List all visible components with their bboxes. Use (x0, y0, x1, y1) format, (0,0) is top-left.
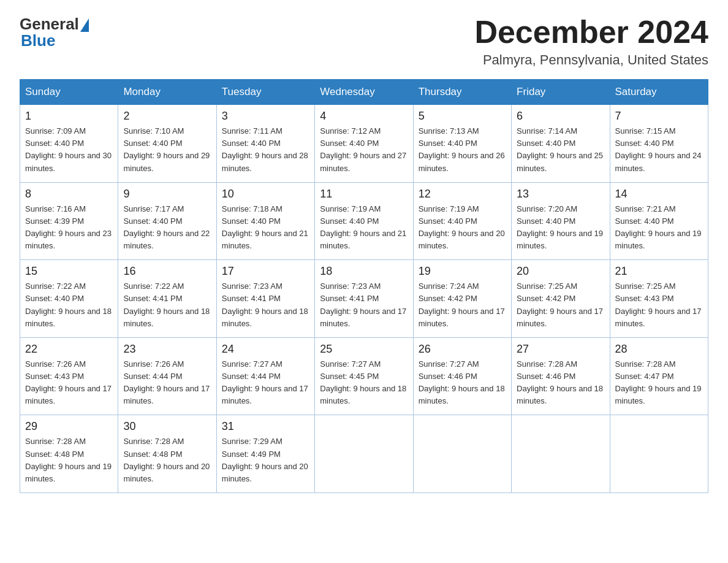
day-info: Sunrise: 7:24 AMSunset: 4:42 PMDaylight:… (419, 280, 506, 330)
calendar-cell: 23 Sunrise: 7:26 AMSunset: 4:44 PMDaylig… (118, 337, 216, 415)
header-tuesday: Tuesday (216, 80, 314, 105)
day-info: Sunrise: 7:09 AMSunset: 4:40 PMDaylight:… (25, 125, 113, 175)
calendar-cell: 6 Sunrise: 7:14 AMSunset: 4:40 PMDayligh… (512, 105, 610, 183)
calendar-cell: 13 Sunrise: 7:20 AMSunset: 4:40 PMDaylig… (512, 182, 610, 260)
day-number: 26 (419, 343, 506, 356)
day-info: Sunrise: 7:19 AMSunset: 4:40 PMDaylight:… (419, 203, 506, 253)
day-info: Sunrise: 7:28 AMSunset: 4:47 PMDaylight:… (615, 358, 703, 408)
day-info: Sunrise: 7:21 AMSunset: 4:40 PMDaylight:… (615, 203, 703, 253)
week-row-1: 1 Sunrise: 7:09 AMSunset: 4:40 PMDayligh… (20, 105, 708, 183)
calendar-cell: 31 Sunrise: 7:29 AMSunset: 4:49 PMDaylig… (216, 415, 314, 493)
day-info: Sunrise: 7:22 AMSunset: 4:41 PMDaylight:… (123, 280, 211, 330)
calendar-cell: 29 Sunrise: 7:28 AMSunset: 4:48 PMDaylig… (20, 415, 118, 493)
title-area: December 2024 Palmyra, Pennsylvania, Uni… (474, 15, 708, 68)
calendar-cell: 9 Sunrise: 7:17 AMSunset: 4:40 PMDayligh… (118, 182, 216, 260)
day-number: 13 (517, 188, 604, 201)
day-info: Sunrise: 7:26 AMSunset: 4:44 PMDaylight:… (123, 358, 211, 408)
calendar-cell: 19 Sunrise: 7:24 AMSunset: 4:42 PMDaylig… (413, 260, 511, 338)
day-number: 27 (517, 343, 604, 356)
calendar-cell: 5 Sunrise: 7:13 AMSunset: 4:40 PMDayligh… (413, 105, 511, 183)
day-info: Sunrise: 7:20 AMSunset: 4:40 PMDaylight:… (517, 203, 604, 253)
calendar-cell: 27 Sunrise: 7:28 AMSunset: 4:46 PMDaylig… (512, 337, 610, 415)
day-info: Sunrise: 7:15 AMSunset: 4:40 PMDaylight:… (615, 125, 703, 175)
week-row-3: 15 Sunrise: 7:22 AMSunset: 4:40 PMDaylig… (20, 260, 708, 338)
logo-area: General Blue (20, 15, 89, 50)
day-info: Sunrise: 7:28 AMSunset: 4:48 PMDaylight:… (25, 435, 113, 485)
day-info: Sunrise: 7:26 AMSunset: 4:43 PMDaylight:… (25, 358, 113, 408)
day-number: 10 (222, 188, 309, 201)
calendar-cell: 8 Sunrise: 7:16 AMSunset: 4:39 PMDayligh… (20, 182, 118, 260)
day-number: 7 (615, 110, 703, 123)
day-info: Sunrise: 7:25 AMSunset: 4:42 PMDaylight:… (517, 280, 604, 330)
day-info: Sunrise: 7:29 AMSunset: 4:49 PMDaylight:… (222, 435, 309, 485)
day-number: 24 (222, 343, 309, 356)
day-number: 9 (123, 188, 211, 201)
day-info: Sunrise: 7:27 AMSunset: 4:44 PMDaylight:… (222, 358, 309, 408)
calendar-cell: 15 Sunrise: 7:22 AMSunset: 4:40 PMDaylig… (20, 260, 118, 338)
header-friday: Friday (512, 80, 610, 105)
day-number: 29 (25, 420, 113, 433)
calendar-cell: 18 Sunrise: 7:23 AMSunset: 4:41 PMDaylig… (315, 260, 413, 338)
day-info: Sunrise: 7:23 AMSunset: 4:41 PMDaylight:… (320, 280, 408, 330)
calendar-cell: 7 Sunrise: 7:15 AMSunset: 4:40 PMDayligh… (610, 105, 708, 183)
calendar-cell: 12 Sunrise: 7:19 AMSunset: 4:40 PMDaylig… (413, 182, 511, 260)
calendar-cell: 11 Sunrise: 7:19 AMSunset: 4:40 PMDaylig… (315, 182, 413, 260)
calendar-cell: 4 Sunrise: 7:12 AMSunset: 4:40 PMDayligh… (315, 105, 413, 183)
day-info: Sunrise: 7:11 AMSunset: 4:40 PMDaylight:… (222, 125, 309, 175)
calendar-cell: 28 Sunrise: 7:28 AMSunset: 4:47 PMDaylig… (610, 337, 708, 415)
logo-triangle-icon (80, 18, 89, 32)
calendar-cell: 14 Sunrise: 7:21 AMSunset: 4:40 PMDaylig… (610, 182, 708, 260)
day-number: 30 (123, 420, 211, 433)
day-number: 25 (320, 343, 408, 356)
day-info: Sunrise: 7:27 AMSunset: 4:45 PMDaylight:… (320, 358, 408, 408)
day-number: 14 (615, 188, 703, 201)
month-title: December 2024 (474, 15, 708, 50)
day-number: 5 (419, 110, 506, 123)
calendar-cell: 10 Sunrise: 7:18 AMSunset: 4:40 PMDaylig… (216, 182, 314, 260)
day-number: 28 (615, 343, 703, 356)
day-number: 19 (419, 265, 506, 278)
day-info: Sunrise: 7:23 AMSunset: 4:41 PMDaylight:… (222, 280, 309, 330)
day-info: Sunrise: 7:19 AMSunset: 4:40 PMDaylight:… (320, 203, 408, 253)
day-info: Sunrise: 7:18 AMSunset: 4:40 PMDaylight:… (222, 203, 309, 253)
day-number: 20 (517, 265, 604, 278)
location-title: Palmyra, Pennsylvania, United States (474, 52, 708, 68)
day-number: 8 (25, 188, 113, 201)
day-number: 15 (25, 265, 113, 278)
day-number: 23 (123, 343, 211, 356)
day-number: 18 (320, 265, 408, 278)
calendar-cell: 2 Sunrise: 7:10 AMSunset: 4:40 PMDayligh… (118, 105, 216, 183)
day-number: 17 (222, 265, 309, 278)
day-number: 21 (615, 265, 703, 278)
calendar-cell: 24 Sunrise: 7:27 AMSunset: 4:44 PMDaylig… (216, 337, 314, 415)
day-info: Sunrise: 7:28 AMSunset: 4:48 PMDaylight:… (123, 435, 211, 485)
logo-blue-text: Blue (21, 31, 55, 50)
calendar-header-row: SundayMondayTuesdayWednesdayThursdayFrid… (20, 80, 708, 105)
day-info: Sunrise: 7:14 AMSunset: 4:40 PMDaylight:… (517, 125, 604, 175)
calendar-table: SundayMondayTuesdayWednesdayThursdayFrid… (20, 79, 708, 493)
day-info: Sunrise: 7:28 AMSunset: 4:46 PMDaylight:… (517, 358, 604, 408)
day-number: 16 (123, 265, 211, 278)
day-info: Sunrise: 7:10 AMSunset: 4:40 PMDaylight:… (123, 125, 211, 175)
day-number: 3 (222, 110, 309, 123)
calendar-cell: 22 Sunrise: 7:26 AMSunset: 4:43 PMDaylig… (20, 337, 118, 415)
calendar-cell: 1 Sunrise: 7:09 AMSunset: 4:40 PMDayligh… (20, 105, 118, 183)
week-row-5: 29 Sunrise: 7:28 AMSunset: 4:48 PMDaylig… (20, 415, 708, 493)
day-info: Sunrise: 7:17 AMSunset: 4:40 PMDaylight:… (123, 203, 211, 253)
day-info: Sunrise: 7:13 AMSunset: 4:40 PMDaylight:… (419, 125, 506, 175)
calendar-cell: 16 Sunrise: 7:22 AMSunset: 4:41 PMDaylig… (118, 260, 216, 338)
header-monday: Monday (118, 80, 216, 105)
header: General Blue December 2024 Palmyra, Penn… (20, 15, 708, 68)
calendar-cell: 25 Sunrise: 7:27 AMSunset: 4:45 PMDaylig… (315, 337, 413, 415)
calendar-cell: 3 Sunrise: 7:11 AMSunset: 4:40 PMDayligh… (216, 105, 314, 183)
calendar-cell (315, 415, 413, 493)
week-row-2: 8 Sunrise: 7:16 AMSunset: 4:39 PMDayligh… (20, 182, 708, 260)
day-number: 22 (25, 343, 113, 356)
calendar-cell (512, 415, 610, 493)
calendar-cell (413, 415, 511, 493)
day-number: 12 (419, 188, 506, 201)
day-info: Sunrise: 7:25 AMSunset: 4:43 PMDaylight:… (615, 280, 703, 330)
header-thursday: Thursday (413, 80, 511, 105)
day-info: Sunrise: 7:16 AMSunset: 4:39 PMDaylight:… (25, 203, 113, 253)
calendar-cell: 26 Sunrise: 7:27 AMSunset: 4:46 PMDaylig… (413, 337, 511, 415)
